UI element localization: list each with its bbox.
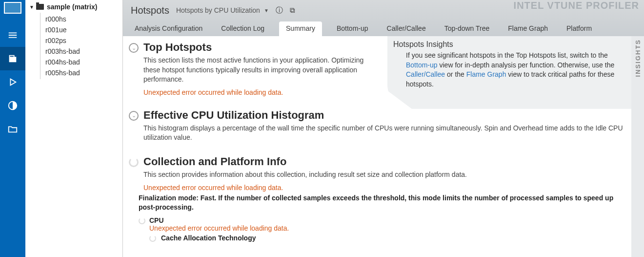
section-top-hotspots: ⌄ Top Hotspots This section lists the mo… <box>129 41 373 96</box>
play-icon <box>7 77 18 87</box>
tab-collection-log[interactable]: Collection Log <box>217 21 268 36</box>
tab-analysis-configuration[interactable]: Analysis Configuration <box>131 21 206 36</box>
brand-text: INTEL VTUNE PROFILER <box>514 0 639 11</box>
project-icon <box>7 53 18 64</box>
spinner-icon <box>129 157 139 167</box>
help-icon[interactable]: ⓘ <box>276 6 283 15</box>
tree-root[interactable]: ▼ sample (matrix) <box>29 3 122 11</box>
tree-item[interactable]: r003hs-bad <box>45 46 122 57</box>
tree-root-label: sample (matrix) <box>47 3 97 11</box>
main: INTEL VTUNE PROFILER Hotspots Hotspots b… <box>123 0 644 257</box>
collapse-icon[interactable]: ⌄ <box>129 111 139 121</box>
tree-item[interactable]: r004hs-bad <box>45 57 122 67</box>
section-cpu-histogram: ⌄ Effective CPU Utilization Histogram Th… <box>129 109 625 143</box>
section-collection-info: Collection and Platform Info This sectio… <box>129 155 625 242</box>
tabs: Analysis Configuration Collection Log Su… <box>131 21 636 36</box>
content: ⌄ Top Hotspots This section lists the mo… <box>123 36 631 257</box>
tab-platform[interactable]: Platform <box>563 21 596 36</box>
spinner-icon <box>139 217 145 224</box>
error-text: Unexpected error occurred while loading … <box>143 184 625 192</box>
cpu-item: CPU <box>139 216 625 224</box>
tab-top-down-tree[interactable]: Top-down Tree <box>441 21 494 36</box>
collapse-icon[interactable]: ⌄ <box>129 43 139 53</box>
folder-icon <box>7 124 18 134</box>
insights-rail-label: INSIGHTS <box>634 39 642 77</box>
tree-item[interactable]: r005hs-bad <box>45 67 122 78</box>
nav-play[interactable] <box>0 70 25 94</box>
section-desc: This section lists the most active funct… <box>143 56 373 85</box>
tree-item[interactable]: r000hs <box>45 14 122 24</box>
nav-compare[interactable] <box>0 94 25 117</box>
link-caller-callee[interactable]: Caller/Callee <box>406 70 445 78</box>
nav-menu[interactable] <box>0 23 25 47</box>
insights-title: Hotspots Insights <box>393 40 625 49</box>
compare-icon <box>7 100 18 111</box>
tab-summary[interactable]: Summary <box>279 21 322 36</box>
nav-project[interactable] <box>0 47 25 70</box>
insights-box: Hotspots Insights If you see significant… <box>387 36 631 109</box>
app-logo <box>4 2 21 14</box>
section-title: Effective CPU Utilization Histogram <box>143 109 625 122</box>
tab-caller-callee[interactable]: Caller/Callee <box>383 21 430 36</box>
link-flame-graph[interactable]: Flame Graph <box>466 70 506 78</box>
error-text: Unexpected error occurred while loading … <box>149 224 625 232</box>
cpu-label: CPU <box>149 216 164 224</box>
section-desc: This section provides information about … <box>143 170 625 180</box>
analysis-type-dropdown[interactable]: Hotspots by CPU Utilization <box>176 6 260 14</box>
left-nav <box>0 0 25 257</box>
menu-icon <box>7 30 18 41</box>
copy-icon[interactable]: ⧉ <box>290 6 295 15</box>
page-title: Hotspots <box>131 5 169 16</box>
section-desc: This histogram displays a percentage of … <box>143 124 625 143</box>
tree-item[interactable]: r001ue <box>45 24 122 35</box>
cat-item: Cache Allocation Technology <box>149 234 625 242</box>
tree-children: r000hs r001ue r002ps r003hs-bad r004hs-b… <box>40 13 122 79</box>
chevron-down-icon[interactable]: ▼ <box>264 8 269 13</box>
chevron-down-icon: ▼ <box>29 4 34 10</box>
link-bottom-up[interactable]: Bottom-up <box>406 61 438 69</box>
tree-item[interactable]: r002ps <box>45 35 122 46</box>
finalization-note: Finalization mode: Fast. If the number o… <box>139 193 625 213</box>
spinner-icon <box>149 235 156 242</box>
insights-text: If you see significant hotspots in the T… <box>393 51 625 89</box>
error-text: Unexpected error occurred while loading … <box>143 88 373 96</box>
cat-label: Cache Allocation Technology <box>161 234 256 242</box>
nav-open[interactable] <box>0 117 25 141</box>
tab-flame-graph[interactable]: Flame Graph <box>504 21 552 36</box>
section-title: Collection and Platform Info <box>143 155 625 168</box>
project-tree: ▼ sample (matrix) r000hs r001ue r002ps r… <box>25 0 123 257</box>
header: INTEL VTUNE PROFILER Hotspots Hotspots b… <box>123 0 644 36</box>
tab-bottom-up[interactable]: Bottom-up <box>333 21 372 36</box>
insights-rail[interactable]: INSIGHTS <box>631 36 644 257</box>
folder-icon <box>36 4 44 10</box>
section-title: Top Hotspots <box>143 41 373 54</box>
